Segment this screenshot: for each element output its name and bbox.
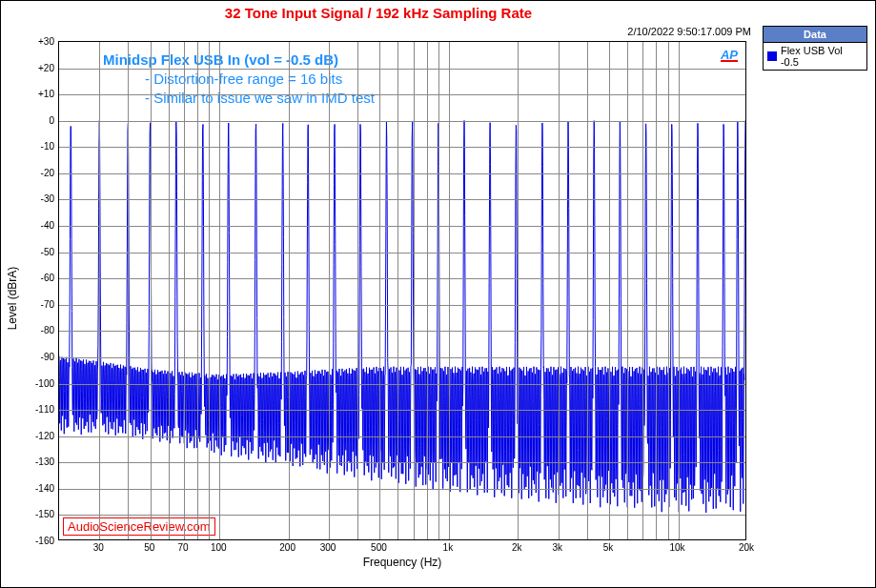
- y-tick: +10: [16, 89, 54, 99]
- legend-item: Flex USB Vol -0.5: [764, 43, 866, 70]
- x-tick: 300: [320, 542, 336, 553]
- timestamp: 2/10/2022 9:50:17.009 PM: [627, 26, 751, 37]
- y-tick: +20: [16, 62, 54, 72]
- x-tick: 50: [144, 542, 154, 553]
- x-tick: 5k: [603, 542, 614, 553]
- legend-label: Flex USB Vol -0.5: [781, 45, 863, 68]
- source-link[interactable]: AudioScienceReview.com: [63, 517, 215, 536]
- y-tick: +30: [16, 36, 54, 47]
- x-tick: 20k: [739, 542, 754, 553]
- x-axis-label: Frequency (Hz): [363, 556, 442, 569]
- y-tick: 0: [16, 114, 54, 125]
- y-tick: -110: [16, 404, 54, 415]
- y-tick: -160: [16, 536, 54, 546]
- y-tick: -70: [16, 298, 54, 309]
- y-tick: -120: [16, 430, 54, 440]
- chart-title: 32 Tone Input Signal / 192 kHz Sampling …: [1, 5, 756, 21]
- y-tick: -140: [16, 482, 54, 493]
- x-tick: 200: [279, 542, 295, 553]
- y-tick: -50: [16, 246, 54, 256]
- x-tick: 500: [371, 542, 387, 553]
- y-tick: -150: [16, 509, 54, 519]
- y-tick: -10: [16, 141, 54, 152]
- x-tick: 2k: [512, 542, 522, 553]
- y-tick: -40: [16, 220, 54, 231]
- y-tick: -130: [16, 456, 54, 467]
- plot-wrap: Level (dBrA) AP Minidsp Flex USB In (vol…: [58, 41, 746, 556]
- y-tick: -90: [16, 351, 54, 361]
- x-tick: 100: [211, 542, 227, 553]
- legend: Data Flex USB Vol -0.5: [763, 26, 867, 71]
- legend-swatch: [767, 51, 777, 61]
- plot-area: AP Minidsp Flex USB In (vol = -0.5 dB) -…: [58, 41, 746, 540]
- y-tick: -100: [16, 377, 54, 388]
- x-tick: 1k: [443, 542, 454, 553]
- y-tick: -30: [16, 193, 54, 204]
- y-tick: -60: [16, 273, 54, 283]
- y-tick: -20: [16, 167, 54, 177]
- x-tick: 10k: [669, 542, 684, 553]
- x-tick: 30: [93, 542, 104, 553]
- chart-container: 32 Tone Input Signal / 192 kHz Sampling …: [0, 0, 876, 588]
- legend-header: Data: [764, 27, 866, 43]
- y-tick: -80: [16, 325, 54, 335]
- x-tick: 70: [177, 542, 188, 553]
- x-tick: 3k: [552, 542, 562, 553]
